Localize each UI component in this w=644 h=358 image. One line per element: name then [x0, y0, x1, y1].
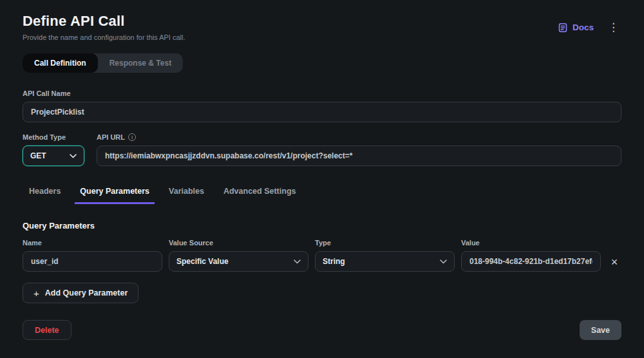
param-value-label: Value: [461, 239, 601, 247]
remove-parameter-icon[interactable]: ×: [607, 256, 621, 268]
param-type-field: Type String: [315, 239, 455, 272]
param-value-source-field: Value Source Specific Value: [169, 239, 308, 272]
page-title: Define API Call: [23, 13, 185, 30]
footer-actions: Delete Save: [23, 320, 621, 340]
add-query-parameter-label: Add Query Parameter: [45, 288, 128, 297]
tab-variables[interactable]: Variables: [164, 185, 209, 204]
header-actions: Docs ⋮: [558, 21, 621, 34]
query-parameter-row: Name Value Source Specific Value Type St…: [23, 239, 621, 272]
api-call-name-field: API Call Name: [23, 90, 621, 122]
docs-link-label: Docs: [573, 23, 594, 32]
chevron-down-icon: [70, 154, 77, 158]
method-type-select[interactable]: GET: [23, 146, 84, 166]
param-name-input[interactable]: [23, 251, 162, 272]
param-type-select[interactable]: String: [315, 251, 455, 272]
docs-link[interactable]: Docs: [558, 23, 594, 33]
define-api-call-page: Define API Call Provide the name and con…: [0, 0, 644, 358]
api-url-input[interactable]: [97, 146, 621, 166]
tab-response-and-test[interactable]: Response & Test: [98, 53, 183, 73]
document-icon: [558, 23, 568, 33]
param-value-source-select[interactable]: Specific Value: [169, 251, 308, 272]
method-type-field: Method Type GET: [23, 133, 84, 166]
param-value-source-value: Specific Value: [176, 257, 229, 266]
chevron-down-icon: [440, 259, 447, 264]
param-name-label: Name: [23, 239, 162, 247]
tab-advanced-settings[interactable]: Advanced Settings: [218, 185, 301, 204]
tab-query-parameters[interactable]: Query Parameters: [75, 185, 155, 204]
page-header: Define API Call Provide the name and con…: [23, 13, 621, 41]
param-value-source-label: Value Source: [169, 239, 308, 247]
tab-headers[interactable]: Headers: [24, 185, 66, 204]
add-query-parameter-button[interactable]: + Add Query Parameter: [23, 283, 138, 303]
param-type-value: String: [323, 257, 345, 266]
method-type-value: GET: [30, 151, 46, 160]
section-tabs: Headers Query Parameters Variables Advan…: [23, 185, 621, 204]
save-button[interactable]: Save: [580, 320, 621, 340]
chevron-down-icon: [294, 259, 301, 264]
method-url-row: Method Type GET API URL i: [23, 133, 621, 166]
param-name-field: Name: [23, 239, 162, 272]
tab-call-definition[interactable]: Call Definition: [23, 53, 98, 73]
info-icon[interactable]: i: [128, 133, 136, 141]
param-type-label: Type: [315, 239, 455, 247]
delete-button[interactable]: Delete: [23, 320, 71, 340]
plus-icon: +: [33, 288, 39, 299]
method-type-label: Method Type: [23, 133, 84, 141]
kebab-menu-icon[interactable]: ⋮: [605, 21, 621, 34]
api-url-field: API URL i: [97, 133, 621, 166]
api-url-label: API URL i: [97, 133, 621, 141]
param-value-input[interactable]: [461, 251, 601, 272]
title-block: Define API Call Provide the name and con…: [23, 13, 185, 41]
query-parameters-heading: Query Parameters: [23, 221, 621, 231]
api-call-name-input[interactable]: [23, 102, 621, 122]
page-subtitle: Provide the name and configuration for t…: [23, 33, 185, 41]
view-toggle: Call Definition Response & Test: [23, 53, 183, 73]
api-call-name-label: API Call Name: [23, 90, 621, 97]
param-value-field: Value: [461, 239, 601, 272]
